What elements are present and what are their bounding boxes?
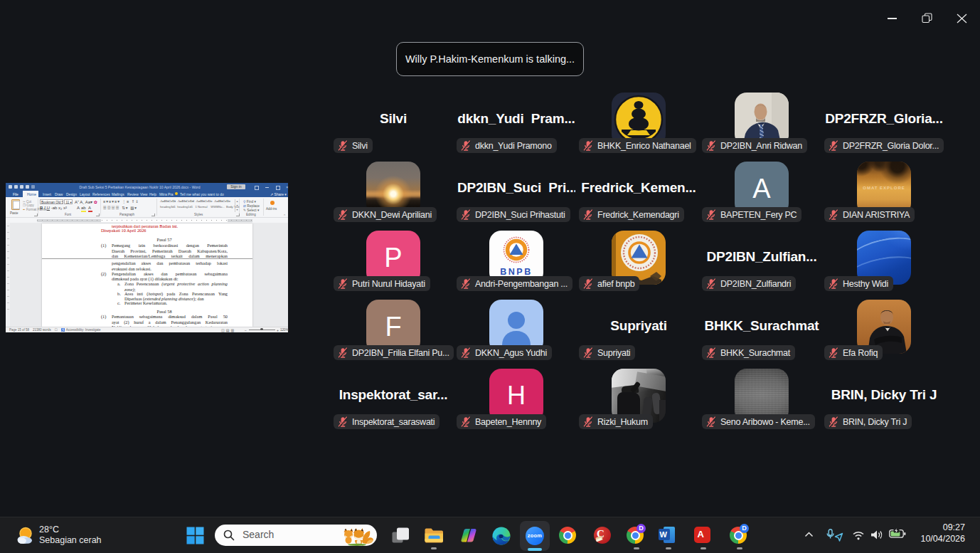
svg-text:BNPB: BNPB: [500, 267, 532, 277]
